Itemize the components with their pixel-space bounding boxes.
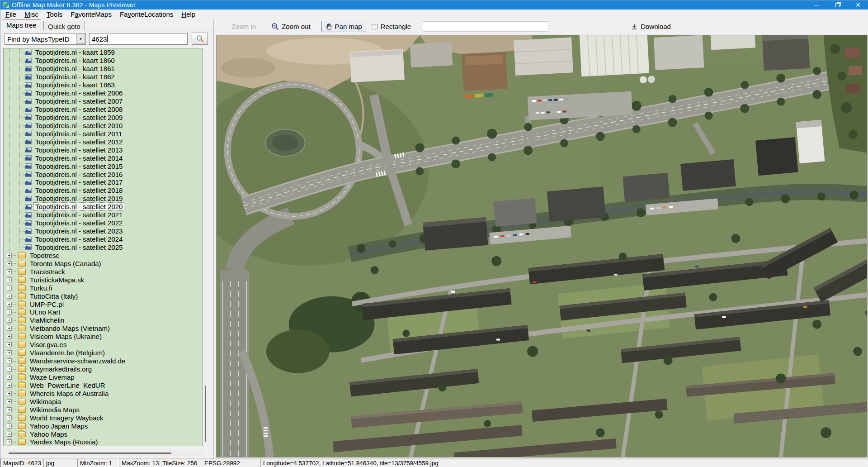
tree-folder-item[interactable]: Yahoo Maps — [4, 430, 202, 438]
expand-plus-icon[interactable] — [7, 334, 12, 339]
tree-leaf-item[interactable]: Topotijdreis.nl - satelliet 2017 — [4, 178, 202, 186]
tree-folder-item[interactable]: Vietbando Maps (Vietnam) — [4, 324, 202, 333]
tree-folder-item[interactable]: Toronto Maps (Canada) — [4, 259, 202, 267]
expand-plus-icon[interactable] — [7, 391, 12, 396]
tree-leaf-item[interactable]: Topotijdreis.nl - satelliet 2019 — [4, 195, 202, 203]
tree-folder-item[interactable]: World Imagery Wayback — [4, 414, 202, 422]
folder-icon — [18, 261, 26, 267]
tree-folder-item[interactable]: TuttoCitta (Italy) — [4, 292, 202, 300]
tree-leaf-item[interactable]: Topotijdreis.nl - satelliet 2018 — [4, 186, 202, 195]
expand-plus-icon[interactable] — [7, 318, 12, 323]
chevron-down-icon[interactable]: ▼ — [76, 34, 85, 44]
expand-plus-icon[interactable] — [7, 407, 12, 412]
tree-leaf-item[interactable]: Topotijdreis.nl - satelliet 2016 — [4, 170, 202, 178]
tree-horizontal-scrollbar-thumb[interactable] — [9, 453, 171, 454]
tree-item-label: Topotijdreis.nl - satelliet 2007 — [34, 97, 124, 105]
tree-folder-item[interactable]: TuristickaMapa.sk — [4, 276, 202, 284]
tree-leaf-item[interactable]: Topotijdreis.nl - satelliet 2008 — [4, 105, 202, 114]
menu-help[interactable]: Help — [177, 10, 199, 19]
close-button[interactable]: ✕ — [848, 0, 868, 10]
expand-plus-icon[interactable] — [7, 375, 12, 380]
tree-leaf-item[interactable]: Topotijdreis.nl - satelliet 2024 — [4, 235, 202, 243]
tree-folder-item[interactable]: Tracestrack — [4, 267, 202, 276]
tree-leaf-item[interactable]: Topotijdreis.nl - satelliet 2014 — [4, 154, 202, 162]
expand-plus-icon[interactable] — [7, 367, 12, 372]
tree-folder-item[interactable]: UMP-PC.pl — [4, 300, 202, 308]
tree-leaf-item[interactable]: Topotijdreis.nl - satelliet 2010 — [4, 121, 202, 129]
title-bar[interactable]: Offline Map Maker 8.382 - Maps Previewer… — [0, 0, 868, 10]
tree-folder-item[interactable]: Wanderservice-schwarzwald.de — [4, 357, 202, 365]
tab-quick-goto[interactable]: Quick goto — [43, 21, 85, 30]
expand-plus-icon[interactable] — [7, 439, 12, 444]
tree-folder-item[interactable]: Waymarkedtrails.org — [4, 365, 202, 373]
tree-folder-item[interactable]: Yandex Maps (Russia) — [4, 438, 202, 446]
tree-folder-item[interactable]: Wikimapia — [4, 397, 202, 405]
expand-plus-icon[interactable] — [7, 294, 12, 299]
expand-plus-icon[interactable] — [7, 358, 12, 363]
search-button[interactable] — [192, 33, 208, 45]
tree-leaf-item[interactable]: Topotijdreis.nl - satelliet 2015 — [4, 162, 202, 170]
expand-plus-icon[interactable] — [7, 383, 12, 388]
expand-plus-icon[interactable] — [7, 261, 12, 266]
tree-folder-item[interactable]: Ut.no Kart — [4, 308, 202, 316]
tree-folder-item[interactable]: Visicom Maps (Ukraine) — [4, 333, 202, 341]
expand-plus-icon[interactable] — [7, 432, 12, 437]
tree-leaf-item[interactable]: Topotijdreis.nl - kaart 1861 — [4, 65, 202, 73]
tree-leaf-item[interactable]: Topotijdreis.nl - satelliet 2022 — [4, 219, 202, 227]
tree-item-label: Topotijdreis.nl - satelliet 2008 — [34, 105, 124, 113]
expand-plus-icon[interactable] — [7, 302, 12, 307]
tree-folder-item[interactable]: Turku.fi — [4, 284, 202, 292]
tree-folder-item[interactable]: Visor.gva.es — [4, 341, 202, 349]
expand-plus-icon[interactable] — [7, 415, 12, 420]
tree-leaf-item[interactable]: Topotijdreis.nl - satelliet 2012 — [4, 138, 202, 146]
tree-leaf-item[interactable]: Topotijdreis.nl - kaart 1860 — [4, 57, 202, 65]
expand-plus-icon[interactable] — [7, 277, 12, 282]
tree-folder-item[interactable]: Whereis Maps of Australia — [4, 389, 202, 397]
tab-maps-tree[interactable]: Maps tree — [2, 19, 41, 31]
expand-plus-icon[interactable] — [7, 253, 12, 258]
find-by-dropdown[interactable]: Find by MapsTypeID ▼ — [5, 33, 86, 45]
tree-leaf-item[interactable]: Topotijdreis.nl - satelliet 2009 — [4, 114, 202, 122]
tree-leaf-item[interactable]: Topotijdreis.nl - satelliet 2025 — [4, 243, 202, 252]
expand-plus-icon[interactable] — [7, 286, 12, 291]
tree-leaf-item[interactable]: Topotijdreis.nl - satelliet 2013 — [4, 146, 202, 154]
tree-folder-item[interactable]: Vlaanderen.be (Belgium) — [4, 349, 202, 357]
satellite-map-image[interactable] — [216, 35, 868, 457]
expand-plus-icon[interactable] — [7, 310, 12, 315]
tree-folder-item[interactable]: ViaMichelin — [4, 316, 202, 324]
tree-folder-item[interactable]: Yahoo Japan Maps — [4, 422, 202, 430]
tree-leaf-item[interactable]: Topotijdreis.nl - satelliet 2021 — [4, 211, 202, 219]
pan-map-button[interactable]: Pan map — [321, 21, 366, 32]
tree-leaf-item[interactable]: Topotijdreis.nl - satelliet 2023 — [4, 227, 202, 235]
menu-tools[interactable]: Tools — [42, 10, 66, 19]
tree-folder-item[interactable]: Topotresc — [4, 251, 202, 259]
tree-leaf-item[interactable]: Topotijdreis.nl - satelliet 2007 — [4, 97, 202, 105]
menu-misc[interactable]: Misc — [20, 10, 42, 19]
expand-plus-icon[interactable] — [7, 350, 12, 355]
tree-leaf-item[interactable]: Topotijdreis.nl - satelliet 2011 — [4, 129, 202, 138]
expand-plus-icon[interactable] — [7, 269, 12, 274]
tree-leaf-item[interactable]: Topotijdreis.nl - satelliet 2006 — [4, 89, 202, 97]
toolbar-text-input[interactable] — [423, 21, 548, 32]
rectangle-button[interactable]: Rectangle — [369, 21, 414, 32]
tree-folder-item[interactable]: Wikimedia Maps — [4, 405, 202, 414]
tree-leaf-item[interactable]: Topotijdreis.nl - kaart 1859 — [4, 48, 202, 57]
restore-button[interactable] — [827, 0, 848, 10]
tree-leaf-item[interactable]: Topotijdreis.nl - kaart 1862 — [4, 73, 202, 81]
tree-vertical-scrollbar-thumb[interactable] — [205, 386, 206, 442]
menu-file[interactable]: File — [1, 10, 20, 19]
menu-favoritemaps[interactable]: FavoriteMaps — [66, 10, 116, 19]
expand-plus-icon[interactable] — [7, 399, 12, 404]
expand-plus-icon[interactable] — [7, 326, 12, 331]
zoom-out-button[interactable]: Zoom out — [269, 21, 313, 32]
expand-plus-icon[interactable] — [7, 424, 12, 429]
download-button[interactable]: Download — [628, 21, 674, 32]
tree-folder-item[interactable]: Waze Livemap — [4, 373, 202, 381]
expand-plus-icon[interactable] — [7, 342, 12, 347]
tree-folder-item[interactable]: Web_PowerLine_KedUR — [4, 381, 202, 389]
tree-leaf-item[interactable]: Topotijdreis.nl - kaart 1863 — [4, 81, 202, 89]
menu-favoritelocations[interactable]: FavoriteLocations — [116, 10, 177, 19]
tree-leaf-item[interactable]: Topotijdreis.nl - satelliet 2020 — [4, 203, 202, 211]
minimize-button[interactable] — [806, 0, 827, 10]
mapstypeid-input[interactable]: 4623 — [89, 33, 188, 45]
